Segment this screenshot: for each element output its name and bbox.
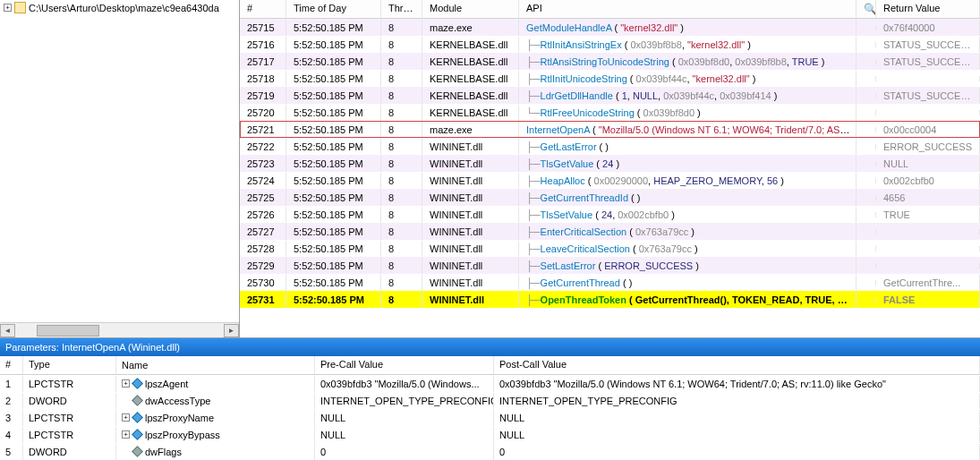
cell-index: 25717	[240, 54, 286, 70]
cell-thread: 8	[381, 54, 422, 70]
param-row[interactable]: 5DWORDdwFlags00	[0, 443, 980, 460]
cell-time: 5:52:50.185 PM	[286, 241, 381, 257]
scroll-right-icon[interactable]: ►	[224, 324, 239, 337]
cell-spacer	[856, 59, 876, 64]
param-name: +lpszAgent	[116, 376, 315, 392]
cell-thread: 8	[381, 258, 422, 274]
col-thread[interactable]: Thread	[381, 0, 422, 18]
cell-return: 4656	[876, 190, 980, 206]
tree-hscrollbar[interactable]: ◄ ►	[0, 322, 239, 337]
param-post: 0x039bfdb3 "Mozilla/5.0 (Windows NT 6.1;…	[494, 376, 980, 392]
col-time[interactable]: Time of Day	[286, 0, 381, 18]
tree-root-item[interactable]: + C:\Users\Arturo\Desktop\maze\c9ea6430d…	[0, 0, 239, 15]
scroll-thumb[interactable]	[37, 325, 99, 336]
table-row[interactable]: 257215:52:50.185 PM8maze.exeInternetOpen…	[240, 121, 980, 138]
col-api[interactable]: API	[519, 0, 856, 18]
param-post: NULL	[494, 410, 980, 426]
table-row[interactable]: 257235:52:50.185 PM8WININET.dll├─TlsGetV…	[240, 155, 980, 172]
col-search[interactable]: 🔍	[856, 0, 876, 18]
table-row[interactable]: 257185:52:50.185 PM8KERNELBASE.dll├─RtlI…	[240, 70, 980, 87]
cell-api: ├─TlsGetValue ( 24 )	[519, 156, 856, 172]
cell-spacer	[856, 297, 876, 302]
cell-thread: 8	[381, 71, 422, 87]
cell-module: WININET.dll	[422, 275, 519, 291]
cell-time: 5:52:50.185 PM	[286, 190, 381, 206]
cell-api: ├─OpenThreadToken ( GetCurrentThread(), …	[519, 292, 856, 308]
expand-icon[interactable]: +	[4, 4, 12, 12]
table-row[interactable]: 257285:52:50.185 PM8WININET.dll├─LeaveCr…	[240, 240, 980, 257]
table-row[interactable]: 257225:52:50.185 PM8WININET.dll├─GetLast…	[240, 138, 980, 155]
cell-api: └─RtlFreeUnicodeString ( 0x039bf8d0 )	[519, 105, 856, 121]
cell-time: 5:52:50.185 PM	[286, 71, 381, 87]
param-row[interactable]: 2DWORDdwAccessTypeINTERNET_OPEN_TYPE_PRE…	[0, 392, 980, 409]
table-row[interactable]: 257275:52:50.185 PM8WININET.dll├─EnterCr…	[240, 223, 980, 240]
diamond-icon	[132, 395, 143, 406]
cell-spacer	[856, 263, 876, 268]
pcol-post[interactable]: Post-Call Value	[494, 356, 980, 374]
pcol-pre[interactable]: Pre-Call Value	[315, 356, 494, 374]
table-row[interactable]: 257175:52:50.185 PM8KERNELBASE.dll├─RtlA…	[240, 53, 980, 70]
cell-time: 5:52:50.185 PM	[286, 173, 381, 189]
grid-header: # Time of Day Thread Module API 🔍 Return…	[240, 0, 980, 19]
expand-icon[interactable]: +	[122, 379, 130, 388]
table-row[interactable]: 257255:52:50.185 PM8WININET.dll├─GetCurr…	[240, 189, 980, 206]
search-icon[interactable]: 🔍	[864, 3, 876, 15]
cell-api: ├─GetCurrentThread ( )	[519, 275, 856, 291]
diamond-icon	[132, 446, 143, 457]
cell-time: 5:52:50.185 PM	[286, 292, 381, 308]
param-type: DWORD	[23, 393, 116, 409]
cell-thread: 8	[381, 207, 422, 223]
expand-icon[interactable]: +	[122, 413, 130, 422]
cell-module: WININET.dll	[422, 207, 519, 223]
cell-thread: 8	[381, 105, 422, 121]
cell-spacer	[856, 229, 876, 234]
table-row[interactable]: 257295:52:50.185 PM8WININET.dll├─SetLast…	[240, 257, 980, 274]
pcol-name[interactable]: Name	[116, 356, 315, 374]
cell-return	[876, 229, 980, 234]
cell-thread: 8	[381, 37, 422, 53]
table-row[interactable]: 257245:52:50.185 PM8WININET.dll├─HeapAll…	[240, 172, 980, 189]
col-return[interactable]: Return Value	[876, 0, 980, 18]
pcol-index[interactable]: #	[0, 356, 23, 374]
cell-index: 25724	[240, 173, 286, 189]
cell-module: WININET.dll	[422, 292, 519, 308]
parameters-pane: Parameters: InternetOpenA (Wininet.dll) …	[0, 338, 980, 460]
cell-index: 25718	[240, 71, 286, 87]
cell-api: ├─RtlInitAnsiStringEx ( 0x039bf8b8, "ker…	[519, 37, 856, 53]
table-row[interactable]: 257265:52:50.185 PM8WININET.dll├─TlsSetV…	[240, 206, 980, 223]
cell-index: 25715	[240, 20, 286, 36]
cell-spacer	[856, 127, 876, 132]
table-row[interactable]: 257155:52:50.185 PM8maze.exeGetModuleHan…	[240, 19, 980, 36]
param-name: +lpszProxyName	[116, 410, 315, 426]
cell-return: GetCurrentThre...	[876, 275, 980, 291]
param-row[interactable]: 3LPCTSTR+lpszProxyNameNULLNULL	[0, 409, 980, 426]
table-row[interactable]: 257165:52:50.185 PM8KERNELBASE.dll├─RtlI…	[240, 36, 980, 53]
col-index[interactable]: #	[240, 0, 286, 18]
cell-thread: 8	[381, 20, 422, 36]
cell-thread: 8	[381, 173, 422, 189]
cell-return	[876, 263, 980, 268]
pcol-type[interactable]: Type	[23, 356, 116, 374]
param-name: dwAccessType	[116, 393, 315, 409]
param-row[interactable]: 1LPCTSTR+lpszAgent0x039bfdb3 "Mozilla/5.…	[0, 375, 980, 392]
cell-time: 5:52:50.185 PM	[286, 139, 381, 155]
table-row[interactable]: 257315:52:50.185 PM8WININET.dll├─OpenThr…	[240, 291, 980, 308]
param-row[interactable]: 4LPCTSTR+lpszProxyBypassNULLNULL	[0, 426, 980, 443]
expand-icon[interactable]: +	[122, 430, 130, 439]
cell-time: 5:52:50.185 PM	[286, 20, 381, 36]
cell-index: 25730	[240, 275, 286, 291]
cell-spacer	[856, 110, 876, 115]
cell-api: ├─GetLastError ( )	[519, 139, 856, 155]
api-grid: # Time of Day Thread Module API 🔍 Return…	[240, 0, 980, 337]
cell-return: ERROR_SUCCESS	[876, 139, 980, 155]
cell-return: NULL	[876, 156, 980, 172]
cell-index: 25728	[240, 241, 286, 257]
col-module[interactable]: Module	[422, 0, 519, 18]
scroll-left-icon[interactable]: ◄	[0, 324, 15, 337]
parameters-header: # Type Name Pre-Call Value Post-Call Val…	[0, 356, 980, 375]
cell-module: maze.exe	[422, 20, 519, 36]
table-row[interactable]: 257205:52:50.185 PM8KERNELBASE.dll└─RtlF…	[240, 104, 980, 121]
table-row[interactable]: 257305:52:50.185 PM8WININET.dll├─GetCurr…	[240, 274, 980, 291]
table-row[interactable]: 257195:52:50.185 PM8KERNELBASE.dll├─LdrG…	[240, 87, 980, 104]
param-pre: NULL	[315, 427, 494, 443]
